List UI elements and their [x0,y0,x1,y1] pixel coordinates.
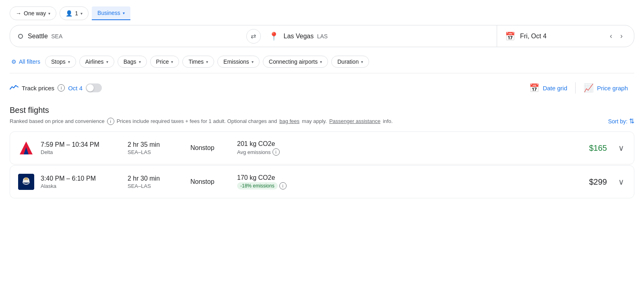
flight-1-times: 7:59 PM – 10:34 PM Delta [41,141,121,155]
filter-chip-airlines[interactable]: Airlines ▾ [79,56,114,68]
flight-2-times: 3:40 PM – 6:10 PM Alaska [41,175,121,189]
filters-bar: ⚙ All filters Stops ▾ Airlines ▾ Bags ▾ … [0,52,644,73]
ranked-info-icon[interactable]: i [107,118,114,125]
flight-card-1: 7:59 PM – 10:34 PM Delta 2 hr 35 min SEA… [10,131,634,164]
bag-fees-link[interactable]: bag fees [279,118,299,124]
track-info-icon[interactable]: i [58,84,65,92]
calendar-icon: 📅 [505,31,515,41]
trip-type-button[interactable]: → One way ▾ [10,6,56,20]
flight-1-price-value: $165 [589,144,607,152]
flight-1-airline: Delta [41,149,121,155]
origin-city: Seattle SEA [28,33,62,40]
alaska-logo [18,174,34,190]
flight-2-price-value: $299 [589,177,607,186]
swap-button[interactable]: ⇄ [246,29,261,44]
date-grid-button[interactable]: 📅 Date grid [523,80,574,96]
flight-2-route: SEA–LAS [128,183,184,189]
date-section[interactable]: 📅 Fri, Oct 4 ‹ › [497,25,634,47]
emissions-chevron-icon: ▾ [252,60,254,64]
svg-point-6 [23,180,30,185]
passengers-chevron-icon: ▾ [80,11,83,16]
filter-chip-price[interactable]: Price ▾ [150,56,180,68]
flight-1-price: $165 [575,144,607,153]
sort-by-label: Sort by: [608,118,627,125]
results-meta: Ranked based on price and convenience i … [10,117,634,125]
passengers-count: 1 [75,10,78,17]
person-icon: 👤 [66,10,72,17]
date-nav: ‹ › [607,30,626,42]
trip-type-chevron-icon: ▾ [48,11,50,16]
flight-1-expand-button[interactable]: ∨ [617,142,626,154]
price-graph-label: Price graph [597,85,628,92]
ranked-text: Ranked based on price and convenience [10,118,105,124]
flight-1-time-range: 7:59 PM – 10:34 PM [41,141,121,148]
duration-label: Duration [337,58,359,65]
filter-chip-connecting[interactable]: Connecting airports ▾ [263,56,328,68]
info-end-text: info. [383,118,393,124]
filter-chip-bags[interactable]: Bags ▾ [118,56,147,68]
right-tools: 📅 Date grid 📈 Price graph [523,80,634,96]
flight-2-airline: Alaska [41,183,121,189]
flight-card-2: 3:40 PM – 6:10 PM Alaska 2 hr 30 min SEA… [10,165,634,198]
dest-city-text: Las Vegas LAS [284,33,328,40]
flight-2-expand-button[interactable]: ∨ [617,175,626,188]
trip-type-label: One way [24,10,46,17]
price-label: Price [156,58,169,65]
taxes-text: Prices include required taxes + fees for… [117,118,277,124]
may-apply-text: may apply. [302,118,327,124]
stops-label: Stops [51,58,66,65]
date-grid-icon: 📅 [529,83,539,93]
times-chevron-icon: ▾ [206,60,208,64]
flight-2-emissions-info-icon[interactable]: i [279,182,287,189]
one-way-arrow-icon: → [16,10,21,17]
airlines-label: Airlines [85,58,104,65]
filter-chip-stops[interactable]: Stops ▾ [45,56,76,68]
flight-1-stops: Nonstop [190,144,231,152]
date-next-button[interactable]: › [617,30,626,42]
flight-1-emissions: 201 kg CO2e Avg emissions i [237,140,568,156]
flight-2-stops-text: Nonstop [190,178,215,185]
track-prices-section: Track prices i Oct 4 [10,83,102,92]
flight-row-2[interactable]: 3:40 PM – 6:10 PM Alaska 2 hr 30 min SEA… [10,166,634,198]
filter-chip-times[interactable]: Times ▾ [182,56,214,68]
track-date-label: Oct 4 [68,85,83,92]
filter-chip-emissions[interactable]: Emissions ▾ [217,56,260,68]
flight-row-1[interactable]: 7:59 PM – 10:34 PM Delta 2 hr 35 min SEA… [10,132,634,164]
bags-label: Bags [124,58,136,65]
flight-2-co2: 170 kg CO2e [237,174,568,181]
sort-by-button[interactable]: Sort by: ⇅ [608,117,634,125]
flight-2-emissions: 170 kg CO2e -18% emissions i [237,174,568,189]
passengers-button[interactable]: 👤 1 ▾ [60,6,89,20]
origin-section[interactable]: Seattle SEA [10,25,246,47]
price-graph-icon: 📈 [584,83,594,93]
results-section: Best flights Ranked based on price and c… [0,102,644,206]
track-prices-label: Track prices [22,85,54,92]
emissions-label: Emissions [223,58,249,65]
track-toggle[interactable] [86,83,102,92]
flight-2-duration: 2 hr 30 min SEA–LAS [128,175,184,189]
flight-2-time-range: 3:40 PM – 6:10 PM [41,175,121,182]
destination-section[interactable]: 📍 Las Vegas LAS [261,25,497,47]
flight-1-emissions-info-icon[interactable]: i [272,148,280,156]
origin-dot-icon [18,34,23,39]
date-prev-button[interactable]: ‹ [607,30,615,42]
filter-chip-duration[interactable]: Duration ▾ [331,56,369,68]
flight-1-route: SEA–LAS [128,149,184,155]
flight-2-duration-main: 2 hr 30 min [128,175,184,182]
duration-chevron-icon: ▾ [361,60,363,64]
price-chevron-icon: ▾ [171,60,173,64]
passenger-assistance-link[interactable]: Passenger assistance [329,118,380,124]
connecting-label: Connecting airports [269,58,318,65]
swap-icon: ⇄ [251,32,256,40]
class-button[interactable]: Business ▾ [92,6,130,20]
class-chevron-icon: ▾ [123,11,125,15]
all-filters-button[interactable]: ⚙ All filters [10,55,42,68]
price-graph-button[interactable]: 📈 Price graph [577,80,634,96]
origin-location: Seattle SEA [28,33,62,40]
airlines-chevron-icon: ▾ [106,60,108,64]
times-label: Times [188,58,204,65]
flight-2-emissions-badge-row: -18% emissions i [237,182,568,189]
destination-location: Las Vegas LAS [284,33,328,40]
location-pin-icon: 📍 [269,31,279,41]
tools-separator [575,82,576,94]
